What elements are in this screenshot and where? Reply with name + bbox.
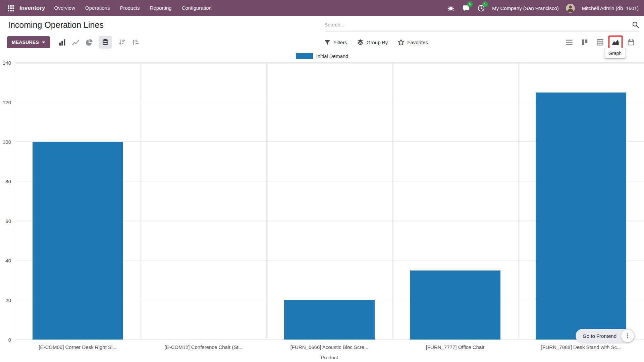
pivot-view-button[interactable] (593, 36, 607, 49)
calendar-view-icon (628, 39, 634, 46)
y-axis-tick: 20 (5, 297, 11, 303)
filters-label: Filters (333, 40, 347, 45)
apps-menu-button[interactable] (5, 3, 16, 13)
control-panel: MEASURES (0, 34, 644, 50)
menu-item-reporting[interactable]: Reporting (145, 0, 177, 16)
top-navbar: Inventory Overview Operations Products R… (0, 0, 644, 16)
company-switcher[interactable]: My Company (San Francisco) (492, 5, 558, 11)
y-axis-tick: 140 (3, 60, 11, 66)
search-input[interactable] (324, 22, 629, 27)
database-stacked-icon (102, 39, 109, 46)
sort-ascending-icon (132, 39, 139, 46)
sort-ascending-button[interactable] (129, 36, 142, 49)
stacked-toggle-button[interactable] (99, 36, 112, 49)
chart-legend-item[interactable]: Initial Demand (0, 53, 644, 59)
gridline-horizontal (15, 62, 644, 63)
header-row: Incoming Operation Lines (0, 16, 644, 34)
x-axis-title: Product (15, 355, 644, 360)
gridline-vertical (141, 63, 141, 340)
line-chart-icon (72, 39, 79, 46)
debug-bug-icon[interactable] (447, 4, 455, 12)
graph-view-icon (612, 39, 619, 46)
list-view-icon (566, 39, 573, 46)
caret-down-icon (42, 41, 45, 44)
avatar[interactable] (566, 4, 575, 13)
activities-button[interactable]: 5 (477, 4, 485, 12)
menu-item-configuration[interactable]: Configuration (177, 0, 217, 16)
y-axis-tick: 0 (8, 337, 11, 343)
star-icon (398, 39, 404, 46)
more-options-button[interactable] (621, 329, 634, 342)
messages-button[interactable]: 5 (462, 4, 470, 12)
pie-chart-type-button[interactable] (83, 36, 96, 49)
x-axis-tick: [FURN_7777] Office Chair (426, 344, 485, 350)
user-menu[interactable]: Mitchell Admin (db_1601) (582, 5, 639, 11)
frontend-widget: Go to Frontend (576, 329, 635, 343)
search-options: Filters Group By Favorites (324, 39, 428, 46)
measures-button[interactable]: MEASURES (7, 36, 50, 48)
menu-item-operations[interactable]: Operations (80, 0, 115, 16)
legend-swatch (296, 53, 313, 59)
y-axis-tick: 40 (5, 258, 11, 263)
favorites-label: Favorites (407, 40, 428, 45)
list-view-button[interactable] (562, 36, 576, 49)
layers-icon (357, 39, 364, 46)
bar-2[interactable] (284, 300, 375, 340)
filters-button[interactable]: Filters (324, 39, 347, 46)
x-axis-tick: [FURN_7888] Desk Stand with Sc... (541, 344, 621, 350)
x-axis-tick: [FURN_6666] Acoustic Bloc Scre... (290, 344, 369, 350)
activities-badge: 5 (482, 1, 488, 7)
sort-descending-icon (119, 39, 125, 46)
app-title[interactable]: Inventory (19, 5, 45, 11)
measures-label: MEASURES (12, 40, 39, 45)
sort-descending-button[interactable] (115, 36, 129, 49)
y-axis-line (15, 63, 15, 340)
favorites-button[interactable]: Favorites (398, 39, 428, 46)
graph-tooltip: Graph (604, 48, 626, 59)
menu-item-overview[interactable]: Overview (49, 0, 80, 16)
group-by-button[interactable]: Group By (357, 39, 388, 46)
y-axis-tick: 60 (5, 218, 11, 224)
y-axis-tick: 120 (3, 100, 11, 105)
search-bar[interactable] (324, 18, 639, 32)
line-chart-type-button[interactable] (69, 36, 83, 49)
sort-buttons (115, 36, 142, 49)
toolbar-left: MEASURES (7, 36, 142, 49)
kanban-view-button[interactable] (578, 36, 592, 49)
bar-chart-type-button[interactable] (56, 36, 69, 49)
view-switcher (562, 36, 638, 49)
calendar-view-button[interactable] (624, 36, 638, 49)
nav-right: 5 5 My Company (San Francisco) Mitchell … (447, 4, 639, 13)
bar-3[interactable] (410, 270, 500, 340)
bar-chart-icon (59, 39, 66, 46)
bar-chart: Initial Demand 020406080100120140[E-COM0… (0, 50, 644, 362)
gridline-vertical (392, 63, 393, 340)
group-by-label: Group By (367, 40, 388, 45)
y-axis-tick: 80 (5, 179, 11, 184)
search-icon (632, 21, 639, 28)
page-title: Incoming Operation Lines (8, 20, 104, 30)
main-menu: Overview Operations Products Reporting C… (49, 0, 217, 16)
kanban-view-icon (581, 39, 588, 46)
nav-left: Inventory Overview Operations Products R… (5, 0, 217, 16)
pie-chart-icon (86, 39, 93, 46)
bar-4[interactable] (536, 93, 626, 340)
pivot-view-icon (597, 39, 603, 46)
legend-label: Initial Demand (316, 53, 348, 59)
x-axis-tick: [E-COM12] Conference Chair (St... (165, 344, 243, 350)
graph-view-button[interactable] (608, 36, 623, 49)
chart-plot-area: 020406080100120140[E-COM06] Corner Desk … (15, 63, 644, 340)
gridline-vertical (266, 63, 267, 340)
filter-funnel-icon (324, 39, 330, 45)
x-axis-tick: [E-COM06] Corner Desk Right Si... (39, 344, 117, 350)
search-button[interactable] (629, 21, 639, 28)
messages-badge: 5 (467, 1, 473, 7)
menu-item-products[interactable]: Products (115, 0, 145, 16)
vertical-ellipsis-icon (625, 333, 631, 339)
apps-grid-icon (8, 5, 14, 11)
gridline-vertical (518, 63, 519, 340)
y-axis-tick: 100 (3, 139, 11, 145)
bar-0[interactable] (33, 142, 123, 340)
